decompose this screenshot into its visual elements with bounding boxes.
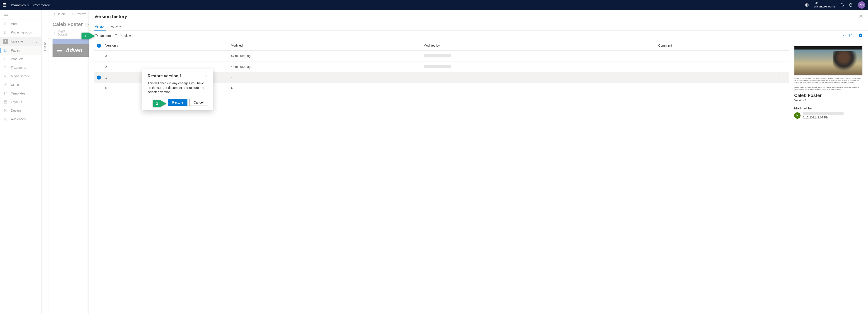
svg-rect-4	[4, 33, 5, 34]
svg-point-18	[53, 32, 56, 34]
site-selector[interactable]: Site adventure works	[814, 2, 835, 8]
svg-point-10	[6, 66, 7, 67]
nav-collapse-button[interactable]	[0, 10, 41, 20]
modified-by-label: Modified by	[794, 106, 863, 110]
nav-live-site[interactable]: Live site	[0, 37, 41, 46]
delete-button[interactable]: Delete	[52, 12, 66, 16]
tab-version[interactable]: Version	[94, 23, 106, 31]
column-version[interactable]: Version↓	[103, 41, 229, 50]
column-modified-by[interactable]: Modified by	[422, 41, 656, 50]
nav-fragments[interactable]: Fragments	[0, 63, 41, 72]
svg-point-13	[5, 75, 6, 76]
column-comment[interactable]: Comment	[656, 41, 789, 50]
nav-templates[interactable]: Templates	[0, 89, 41, 98]
svg-point-9	[4, 66, 5, 67]
chevron-updown-icon	[35, 39, 38, 44]
callout-2: 2	[153, 100, 166, 107]
svg-point-19	[54, 32, 55, 33]
detail-title: Caleb Foster	[794, 93, 863, 98]
fragments-icon	[4, 66, 8, 70]
panel-title: Version history	[94, 14, 859, 19]
modified-date: 6/15/2022, 2:07 PM	[803, 116, 828, 119]
publish-icon	[4, 30, 8, 34]
thumb-caption-1: The life of Caleb Foster is one amazing …	[794, 77, 863, 83]
globe-icon[interactable]	[805, 3, 809, 7]
check-icon: ✓	[97, 44, 101, 48]
nav-urls[interactable]: URLs	[0, 80, 41, 89]
target-icon	[53, 31, 56, 35]
svg-rect-2	[4, 31, 5, 32]
page-title: Caleb Foster	[53, 22, 83, 27]
site-name: adventure works	[814, 5, 835, 8]
version-detail-pane: The life of Caleb Foster is one amazing …	[789, 46, 868, 311]
url-icon	[4, 83, 8, 87]
home-icon	[4, 22, 8, 26]
info-icon[interactable]	[859, 33, 863, 38]
column-modified[interactable]: Modified	[229, 41, 422, 50]
svg-rect-17	[70, 13, 72, 15]
svg-point-5	[5, 41, 6, 41]
redacted-value	[424, 54, 451, 58]
close-panel-button[interactable]	[859, 15, 863, 19]
audiences-icon	[4, 117, 8, 121]
user-avatar[interactable]: NH	[858, 1, 865, 9]
help-icon[interactable]	[849, 3, 854, 7]
top-header-bar: Dynamics 365 Commerce Site adventure wor…	[0, 0, 868, 10]
nav-design[interactable]: Design	[0, 106, 41, 115]
hamburger-icon	[57, 49, 62, 52]
product-brand: Dynamics 365 Commerce	[11, 3, 50, 7]
bell-icon[interactable]	[840, 3, 844, 7]
table-row[interactable]: 3 44 minutes ago	[94, 50, 789, 61]
restore-toolbar-button[interactable]: Restore	[94, 34, 111, 38]
version-thumbnail	[794, 46, 863, 75]
preview-toolbar-button[interactable]: Preview	[115, 34, 131, 38]
filter-icon[interactable]	[841, 33, 845, 38]
templates-icon	[4, 91, 8, 95]
svg-point-11	[5, 68, 6, 69]
check-icon: ✓	[97, 75, 101, 79]
modifier-avatar: N	[794, 112, 801, 119]
svg-rect-3	[6, 31, 7, 32]
sort-icon[interactable]	[848, 33, 855, 38]
nav-home[interactable]: Home	[0, 20, 41, 28]
outline-label: Outline	[43, 42, 46, 51]
restore-confirm-button[interactable]: Restore	[168, 99, 187, 106]
cancel-button[interactable]: Cancel	[189, 99, 208, 106]
pages-icon	[4, 48, 8, 53]
thumb-caption-2: Having started surfing at an early age o…	[794, 86, 863, 90]
nav-media-library[interactable]: Media library	[0, 72, 41, 80]
waffle-icon[interactable]	[3, 3, 6, 7]
preview-icon	[115, 34, 118, 38]
live-icon	[3, 39, 8, 44]
preview-button[interactable]: Preview	[70, 12, 86, 16]
media-icon	[4, 74, 8, 78]
modal-message: This will check in any changes you have …	[148, 81, 208, 95]
svg-point-16	[4, 118, 6, 119]
version-history-panel: Version history Version Activity Restore…	[89, 10, 868, 314]
redacted-value	[803, 112, 843, 115]
nav-audiences[interactable]: Audiences	[0, 115, 41, 124]
redacted-value	[424, 65, 451, 68]
tab-activity[interactable]: Activity	[111, 23, 121, 30]
callout-1: 1	[82, 33, 95, 39]
left-navigation: Home Publish groups Live site Pages Prod…	[0, 10, 42, 314]
design-icon	[4, 108, 8, 113]
svg-rect-14	[4, 101, 7, 103]
nav-layouts[interactable]: Layouts	[0, 98, 41, 106]
site-label: Site	[814, 2, 835, 5]
detail-version-number: Version 1	[794, 99, 863, 102]
svg-rect-8	[4, 58, 7, 60]
products-icon	[4, 57, 8, 61]
target-field[interactable]: Target Default	[58, 30, 67, 36]
sort-down-icon: ↓	[117, 44, 118, 47]
nav-publish-groups[interactable]: Publish groups	[0, 28, 41, 37]
outline-collapsed-panel[interactable]: Outline	[42, 10, 49, 314]
nav-pages[interactable]: Pages	[0, 46, 41, 55]
column-select[interactable]: ✓	[94, 41, 103, 50]
modal-title: Restore version 1	[148, 74, 205, 78]
nav-products[interactable]: Products	[0, 55, 41, 63]
layouts-icon	[4, 100, 8, 104]
modal-close-button[interactable]	[205, 74, 208, 78]
